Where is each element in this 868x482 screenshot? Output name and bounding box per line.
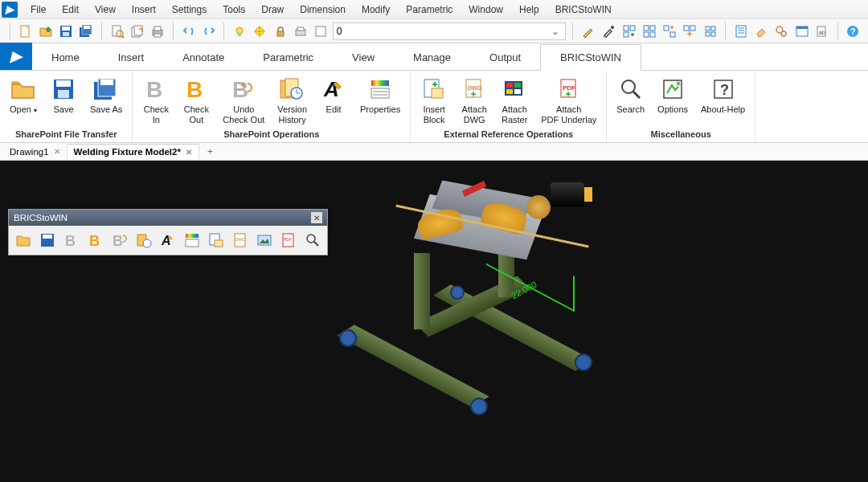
tab-home[interactable]: Home [32,45,99,70]
checkout-button[interactable]: B Check Out [179,74,213,126]
edit-button[interactable]: A Edit [317,74,350,116]
close-icon[interactable]: ✕ [54,147,60,156]
save-icon[interactable] [38,231,57,250]
tab-annotate[interactable]: Annotate [163,45,244,70]
version-history-button[interactable]: Version History [274,74,310,126]
add-tab-button[interactable]: + [199,144,221,160]
tab-output[interactable]: Output [470,45,540,70]
brush-icon[interactable] [579,22,596,40]
eyedropper-icon[interactable] [600,22,617,40]
print-icon[interactable] [149,22,166,40]
attach-dwg-button[interactable]: DWG Attach DWG [457,74,491,126]
attach-pdf-button[interactable]: PDF Attach PDF Underlay [538,74,600,126]
menu-tools[interactable]: Tools [215,1,253,18]
attach-raster-button[interactable]: Attach Raster [497,74,531,126]
menu-edit[interactable]: Edit [54,1,87,18]
insert-block-icon[interactable] [207,231,226,250]
new-icon[interactable] [17,22,34,40]
checkin-icon[interactable]: B [62,231,81,250]
sheet-icon[interactable] [732,22,749,40]
menu-draw[interactable]: Draw [253,1,292,18]
svg-rect-38 [711,27,715,31]
svg-text:B: B [232,77,248,101]
undo-checkout-icon[interactable]: B [110,231,129,250]
tab-insert[interactable]: Insert [99,45,164,70]
panel-label: External Reference Operations [417,128,600,141]
menu-view[interactable]: View [87,1,124,18]
doctab-welding-fixture[interactable]: Welding Fixture Model2* ✕ [68,144,199,159]
edit-label: Edit [326,104,342,115]
attach-dwg-icon[interactable]: DWG [231,231,250,250]
tab-parametric[interactable]: Parametric [244,45,333,70]
color-swatch-icon[interactable] [313,22,330,40]
svg-rect-48 [796,27,808,29]
saveall-icon[interactable] [78,22,95,40]
ribbon-panel-operations: B Check In B Check Out B Undo Check Out … [133,71,411,142]
tab-manage[interactable]: Manage [394,45,470,70]
menu-file[interactable]: File [23,1,54,18]
gears-icon[interactable] [773,22,790,40]
publish-icon[interactable] [129,22,145,40]
menu-help[interactable]: Help [511,1,547,18]
freeze-icon[interactable] [252,22,268,40]
close-icon[interactable]: ✕ [186,148,192,157]
edit-icon[interactable]: A [158,231,178,250]
layer-selector[interactable]: 0 ⌄ [333,22,567,40]
menu-modify[interactable]: Modify [354,1,398,18]
close-icon[interactable]: ✕ [311,212,322,223]
eraser-icon[interactable] [753,22,770,40]
model-viewport[interactable]: BRICStoWIN ✕ B B B A DWG PDF [0,161,868,482]
save-icon[interactable] [58,22,75,40]
menu-insert[interactable]: Insert [124,1,164,18]
insert-block-button[interactable]: Insert Block [417,74,451,126]
help-icon[interactable]: ? [845,22,862,40]
checkout-icon[interactable]: B [86,231,105,250]
lock-icon[interactable] [272,22,289,40]
lightbulb-icon[interactable] [231,22,248,40]
floating-toolbar[interactable]: BRICStoWIN ✕ B B B A DWG PDF [8,209,328,255]
menu-dimension[interactable]: Dimension [292,1,354,18]
app-menu-button[interactable]: ▶ [0,43,32,70]
properties-icon[interactable] [182,231,202,250]
attach-pdf-icon[interactable]: PDF [279,231,298,250]
svg-text:B: B [65,233,76,248]
open-icon[interactable] [37,22,54,40]
undo-checkout-button[interactable]: B Undo Check Out [219,74,268,126]
redo-icon[interactable] [200,22,217,40]
window-icon[interactable] [793,22,810,40]
grid-tool-2-icon[interactable] [641,22,657,40]
svg-rect-27 [624,32,628,37]
svg-rect-58 [100,80,113,85]
search-button[interactable]: Search [613,74,648,116]
menu-bricstowin[interactable]: BRICStoWIN [547,1,620,18]
print-preview-icon[interactable] [108,22,125,40]
saveas-button[interactable]: Save As [87,74,125,116]
menu-parametric[interactable]: Parametric [398,1,461,18]
ribbon: Open ▾ Save Save As SharePoint File Tran… [0,71,868,143]
properties-button[interactable]: Properties [357,74,403,116]
plot-toggle-icon[interactable] [292,22,309,40]
menu-settings[interactable]: Settings [164,1,215,18]
open-icon[interactable] [14,231,33,250]
svg-rect-20 [277,31,284,36]
grid-tool-4-icon[interactable] [682,22,698,40]
menu-window[interactable]: Window [461,1,511,18]
options-button[interactable]: Options [654,74,691,116]
doctab-drawing1[interactable]: Drawing1 ✕ [3,145,68,159]
grid-tool-5-icon[interactable] [702,22,719,40]
attach-raster-icon[interactable] [255,231,274,250]
undo-icon[interactable] [180,22,197,40]
search-icon[interactable] [303,231,322,250]
grid-tool-3-icon[interactable] [661,22,678,40]
ref-icon[interactable]: ab [813,22,830,40]
tab-bricstowin[interactable]: BRICStoWIN [540,44,641,71]
checkin-button[interactable]: B Check In [139,74,173,126]
save-button[interactable]: Save [47,74,80,116]
about-button[interactable]: ? About-Help [698,74,748,116]
grid-tool-1-icon[interactable] [620,22,637,40]
svg-text:DWG: DWG [468,85,482,91]
open-button[interactable]: Open ▾ [6,74,40,116]
floating-toolbar-titlebar[interactable]: BRICStoWIN ✕ [9,210,327,226]
history-icon[interactable] [134,231,154,250]
tab-view[interactable]: View [333,45,394,70]
